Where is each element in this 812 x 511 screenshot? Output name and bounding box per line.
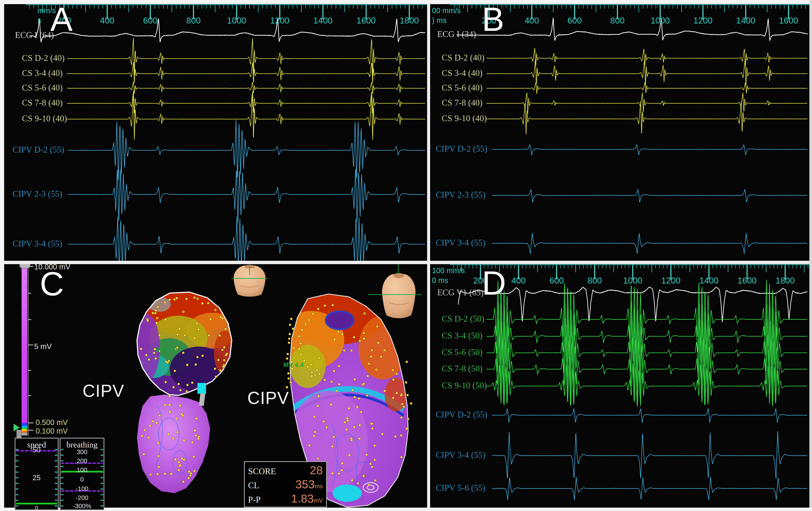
ruler-tick-label: 1000 — [224, 16, 250, 26]
channel-label: CIPV 5-6 (55) — [436, 483, 486, 493]
voltage-colorbar-rainbow — [22, 423, 27, 432]
score-box: SCORE 28 CL 353ms P-P 1.83mV — [244, 461, 327, 507]
colorbar-threshold-low-label: 0.100 mV — [36, 427, 68, 435]
panel-letter-a: A — [50, 3, 72, 36]
voltage-colorbar[interactable] — [22, 266, 27, 423]
speed-current-line[interactable] — [16, 503, 57, 505]
channel-label: ECG V1 (65) — [437, 288, 484, 297]
channel-label: CS 3-4 (50) — [442, 331, 483, 341]
channel-label: CIPV D-2 (55) — [436, 144, 487, 154]
pp-value: 1.83 — [291, 492, 314, 505]
frame-right — [809, 0, 812, 511]
waveform-canvas-a[interactable] — [4, 4, 427, 261]
channel-label: CS 7-8 (50) — [442, 364, 483, 374]
ruler-tick-label: 400 — [505, 275, 532, 286]
ruler-tick-label: 1600 — [734, 275, 760, 286]
breathing-scale-value: -100 — [60, 485, 104, 492]
speed-top-value: 50 — [16, 446, 58, 454]
ruler-tick-label: 800 — [180, 16, 207, 26]
breathing-gauge[interactable]: breathing 3002001000-100-200-300% — [60, 438, 104, 510]
channel-label: CS 5-6 (50) — [442, 347, 483, 357]
ruler-tick-label: 1800 — [396, 16, 423, 26]
ruler-tick-label: 1000 — [647, 16, 673, 26]
channel-label: ECG I (34) — [437, 29, 476, 39]
speed-gauge[interactable]: speed 50 25 0 — [14, 438, 59, 510]
ruler-tick-label: 400 — [94, 16, 120, 26]
channel-label: CS 3-4 (40) — [22, 68, 63, 78]
channel-label: CS 9-10 (50) — [442, 380, 487, 391]
frame-top — [0, 0, 812, 4]
score-label: SCORE — [248, 466, 276, 476]
cl-label: CL — [248, 480, 259, 490]
left-map-sleeve[interactable] — [137, 395, 210, 493]
ruler-tick-label: 1200 — [658, 275, 684, 286]
speed-mid-value: 25 — [16, 474, 58, 482]
ruler-tick-label: 1600 — [775, 16, 802, 26]
pp-label: P-P — [248, 495, 260, 505]
ruler-tick-label: 1400 — [310, 16, 336, 26]
ruler-tick-label: 1400 — [733, 16, 759, 26]
sweep-speed-label-b: 00 mm/s ) ms — [432, 6, 461, 25]
ruler-tick-label: 400 — [519, 16, 545, 26]
sweep-speed-label-d: 100 mm/s 0 ms — [432, 266, 465, 285]
time-unit-label: 0 ms — [432, 275, 465, 285]
panel-letter-c: C — [40, 267, 64, 301]
catheter-tip-icon — [197, 383, 206, 394]
left-map-voltage-surface[interactable] — [133, 289, 237, 399]
ruler-tick-label: 600 — [137, 16, 164, 26]
frame-left — [0, 0, 4, 511]
channel-label: CS 7-8 (40) — [442, 98, 483, 108]
channel-label: CS 7-8 (40) — [22, 98, 63, 108]
sweep-speed-value: 00 mm/s — [432, 6, 461, 16]
catheter-shaft-icon — [199, 393, 205, 406]
pp-row: P-P 1.83mV — [248, 492, 323, 505]
breathing-scale-value: -300% — [60, 502, 104, 510]
divider-horizontal — [4, 261, 809, 264]
ruler-tick-label: 800 — [604, 16, 631, 26]
signal-panel-b[interactable] — [430, 4, 809, 261]
channel-label: CS 5-6 (40) — [22, 83, 63, 92]
ruler-tick-label: 600 — [544, 275, 570, 286]
panel-letter-d: D — [482, 266, 506, 300]
cl-row: CL 353ms — [248, 478, 323, 491]
torso-icon-right[interactable] — [382, 273, 415, 318]
breathing-scale-value: 300 — [60, 448, 104, 456]
pp-unit: mV — [314, 497, 323, 504]
time-unit-label: ) ms — [432, 16, 461, 25]
breathing-scale-value: 0 — [60, 476, 104, 483]
ruler-tick-label: 1200 — [267, 16, 293, 26]
divider-vertical — [427, 4, 430, 508]
channel-label: CIPV 3-4 (55) — [436, 238, 486, 248]
waveform-canvas-b[interactable] — [430, 4, 809, 261]
colorbar-threshold-high-label: 0.500 mV — [36, 418, 68, 427]
voltage-colorbar-tip — [22, 432, 27, 435]
channel-label: CIPV D-2 (55) — [12, 145, 64, 155]
cipv-caption-left: CIPV — [83, 381, 124, 401]
colorbar-lower-handle-icon[interactable] — [13, 424, 20, 431]
channel-label: CS D-2 (40) — [442, 53, 484, 62]
channel-label: CS 5-6 (40) — [442, 83, 483, 92]
panel-letter-b: B — [482, 3, 504, 36]
signal-panel-a[interactable] — [4, 4, 427, 261]
channel-label: CIPV 2-3 (55) — [12, 189, 62, 199]
speed-bottom-value: 0 — [16, 505, 58, 511]
channel-label: CIPV D-2 (55) — [436, 409, 487, 420]
channel-label: CIPV 3-4 (55) — [12, 239, 62, 248]
frame-bottom — [0, 508, 812, 511]
channel-label: CS 9-10 (40) — [22, 113, 67, 124]
breathing-scale-value: 200 — [60, 457, 104, 465]
breathing-scale-value: -200 — [60, 494, 104, 502]
cl-value: 353 — [295, 478, 315, 491]
channel-label: ECG I (64) — [15, 30, 54, 40]
breathing-scale-value: 100 — [60, 466, 104, 474]
channel-label: CIPV 3-4 (55) — [436, 450, 486, 460]
score-row: SCORE 28 — [248, 463, 323, 477]
ruler-tick-label: 1000 — [620, 275, 646, 286]
ruler-tick-label: 1800 — [772, 275, 798, 286]
colorbar-mid-label: 5 mV — [34, 342, 52, 351]
ruler-tick-label: 1400 — [696, 275, 722, 286]
mv-tag-left: MV 4.4 — [156, 346, 176, 353]
cipv-caption-right: CIPV — [247, 388, 289, 408]
ruler-tick-label: 1200 — [690, 16, 716, 26]
sweep-speed-value: 100 mm/s — [432, 266, 465, 275]
